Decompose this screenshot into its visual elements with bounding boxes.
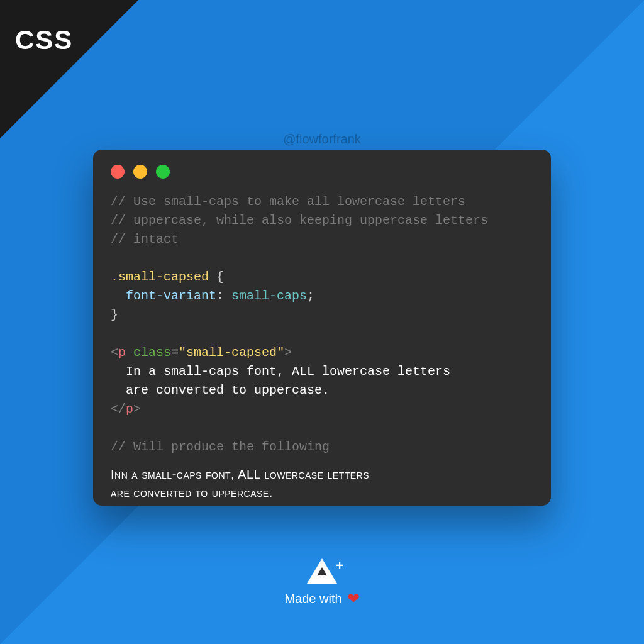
code-comment: // Use small-caps to make all lowercase …: [111, 194, 465, 209]
maximize-icon[interactable]: [156, 165, 170, 179]
code-html-text: In a small-caps font, ALL lowercase lett…: [111, 364, 450, 379]
code-comment: // intact: [111, 232, 179, 247]
code-brace: }: [111, 308, 118, 322]
heart-icon: ❤: [347, 591, 360, 606]
code-selector: .small-capsed: [111, 270, 209, 284]
code-html-text: are converted to uppercase.: [111, 383, 330, 397]
made-with-label: Made with ❤: [284, 591, 359, 606]
code-comment: // uppercase, while also keeping upperca…: [111, 213, 488, 228]
corner-label: CSS: [15, 25, 73, 55]
code-comment: // Will produce the following: [111, 440, 330, 454]
code-tag: p: [118, 345, 126, 360]
minimize-icon[interactable]: [133, 165, 147, 179]
rendered-preview: Inn a small-caps font, ALL lowercase let…: [111, 465, 533, 502]
made-with-text: Made with: [284, 592, 341, 606]
code-value: small-caps: [231, 289, 307, 303]
code-attr-value: "small-capsed": [179, 345, 284, 360]
code-slash: /: [118, 402, 126, 416]
code-block: // Use small-caps to make all lowercase …: [111, 192, 533, 457]
corner-triangle: [0, 0, 138, 138]
code-property: font-variant: [126, 289, 216, 303]
code-angle: >: [133, 402, 141, 416]
watermark-handle: @flowforfrank: [0, 132, 644, 147]
code-window: // Use small-caps to make all lowercase …: [93, 150, 551, 506]
code-semicolon: ;: [307, 289, 314, 303]
preview-line: are converted to uppercase.: [111, 484, 533, 502]
code-eq: =: [171, 345, 179, 360]
preview-line: Inn a small-caps font, ALL lowercase let…: [111, 465, 533, 484]
code-angle: >: [284, 345, 292, 360]
traffic-lights: [111, 165, 533, 179]
close-icon[interactable]: [111, 165, 125, 179]
code-attr-name: class: [133, 345, 171, 360]
code-colon: :: [216, 289, 231, 303]
code-angle: <: [111, 402, 118, 416]
code-angle: <: [111, 345, 118, 360]
logo-a-plus-icon: +: [304, 558, 340, 586]
footer: + Made with ❤: [0, 558, 644, 606]
card-stage: CSS @flowforfrank // Use small-caps to m…: [0, 0, 644, 644]
code-tag: p: [126, 402, 133, 416]
logo-plus: +: [336, 558, 343, 573]
code-brace: {: [216, 270, 224, 284]
